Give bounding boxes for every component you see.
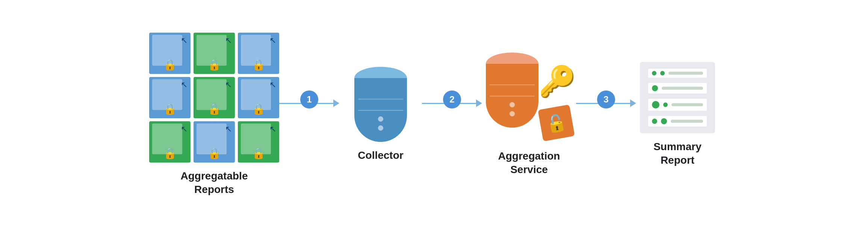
cyl-line <box>358 110 403 111</box>
cyl-lines-orange <box>486 84 538 96</box>
lock-icon: 🔒 <box>163 147 177 160</box>
connector-2: 2 <box>422 99 482 107</box>
cursor-icon: ↖ <box>269 124 276 134</box>
cyl-line-orange <box>490 96 535 96</box>
cyl-dots-orange <box>510 102 515 116</box>
cursor-icon: ↖ <box>225 36 232 45</box>
report-card-1: ↖ 🔒 <box>149 33 191 74</box>
lock-icon: 🔒 <box>163 59 177 71</box>
cursor-icon: ↖ <box>181 124 188 134</box>
aggregation-service-label: Aggregation Service <box>498 149 560 177</box>
cyl-line <box>358 99 403 99</box>
sr-dot-5 <box>663 102 668 107</box>
collector-cylinder-wrap <box>354 67 407 142</box>
report-card-3: ↖ 🔒 <box>238 33 279 74</box>
cyl-dot <box>378 125 383 131</box>
aggregation-cylinder <box>486 53 538 128</box>
step-2-circle: 2 <box>443 90 461 108</box>
sr-dot-2 <box>660 71 665 75</box>
lock-icon: 🔒 <box>252 147 265 160</box>
cursor-icon: ↖ <box>269 36 276 45</box>
connector-3: 3 <box>576 99 636 107</box>
lock-icon: 🔒 <box>252 103 265 115</box>
cyl-body-orange <box>486 64 538 128</box>
cyl-body <box>354 78 407 142</box>
lock-open-icon: 🔓 <box>544 111 568 134</box>
reports-grid: ↖ 🔒 ↖ 🔒 ↖ 🔒 ↖ 🔒 ↖ 🔒 ↖ 🔒 <box>149 33 279 163</box>
lock-icon: 🔒 <box>163 103 177 115</box>
cyl-dots <box>378 116 383 131</box>
step-3-circle: 3 <box>597 90 615 108</box>
collector-cylinder <box>354 67 407 142</box>
cyl-line-orange <box>490 84 535 85</box>
summary-report-visual <box>640 62 715 133</box>
sr-dot-7 <box>661 118 667 124</box>
cyl-dot-orange <box>510 102 515 107</box>
report-card-5: ↖ 🔒 <box>194 77 235 118</box>
report-card-2: ↖ 🔒 <box>194 33 235 74</box>
cyl-lines <box>354 99 407 111</box>
cursor-icon: ↖ <box>225 80 232 90</box>
sr-dot-3 <box>652 85 658 91</box>
summary-report-label: Summary Report <box>653 140 702 167</box>
cursor-icon: ↖ <box>225 124 232 134</box>
report-card-6: ↖ 🔒 <box>238 77 279 118</box>
report-card-4: ↖ 🔒 <box>149 77 191 118</box>
diagram-container: ↖ 🔒 ↖ 🔒 ↖ 🔒 ↖ 🔒 ↖ 🔒 ↖ 🔒 <box>0 0 868 229</box>
cyl-dot-orange <box>510 111 515 116</box>
lock-icon: 🔒 <box>208 103 221 115</box>
sr-bar-1 <box>668 72 703 75</box>
sr-dot-6 <box>652 119 657 124</box>
sr-dot-1 <box>652 71 656 75</box>
sr-row-4 <box>648 116 707 127</box>
report-card-7: ↖ 🔒 <box>149 121 191 163</box>
sr-row-3 <box>648 99 707 111</box>
aggregatable-reports-label: Aggregatable Reports <box>181 169 248 197</box>
sr-bar-4 <box>671 120 703 123</box>
arrow-head-2 <box>476 99 482 107</box>
summary-report-node: Summary Report <box>636 62 719 167</box>
step-1-circle: 1 <box>300 90 318 108</box>
arrow-head-1 <box>333 99 339 107</box>
report-card-9: ↖ 🔒 <box>238 121 279 163</box>
lock-icon: 🔒 <box>252 59 265 71</box>
cursor-icon: ↖ <box>269 80 276 90</box>
collector-label: Collector <box>358 149 403 162</box>
lock-icon: 🔒 <box>208 59 221 71</box>
lock-box: 🔓 <box>538 104 575 141</box>
lock-icon: 🔒 <box>208 147 221 160</box>
cursor-icon: ↖ <box>181 36 188 45</box>
aggregation-service-node: 🔑 🔓 Aggregation Service <box>482 53 576 177</box>
aggregation-cluster: 🔑 🔓 <box>482 53 576 143</box>
report-card-8: ↖ 🔒 <box>194 121 235 163</box>
sr-dot-4 <box>652 101 659 108</box>
sr-bar-3 <box>671 103 703 106</box>
aggregatable-reports-node: ↖ 🔒 ↖ 🔒 ↖ 🔒 ↖ 🔒 ↖ 🔒 ↖ 🔒 <box>149 33 279 197</box>
sr-row-2 <box>648 83 707 93</box>
sr-bar-2 <box>662 87 703 90</box>
cursor-icon: ↖ <box>181 80 188 90</box>
connector-1: 1 <box>279 99 339 107</box>
cyl-dot <box>378 116 383 122</box>
sr-row-1 <box>648 69 707 78</box>
key-icon: 🔑 <box>538 64 576 99</box>
arrow-head-3 <box>630 99 636 107</box>
collector-node: Collector <box>339 67 422 162</box>
